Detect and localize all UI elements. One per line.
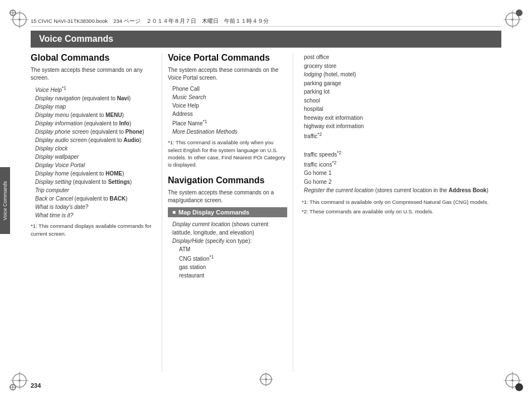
list-item: Go home 1 xyxy=(302,169,501,178)
svg-point-27 xyxy=(265,378,267,381)
list-item: Display wallpaper xyxy=(31,153,153,161)
map-display-header-text: Map Display Commands xyxy=(178,209,249,216)
list-item: Display map xyxy=(31,103,153,111)
list-item: Back or Cancel (equivalent to BACK) xyxy=(31,194,153,203)
list-item: gas station xyxy=(168,263,287,271)
list-item: Address xyxy=(168,110,287,118)
page-number: 234 xyxy=(31,382,41,389)
voice-portal-intro: The system accepts these commands on the… xyxy=(168,66,287,82)
svg-point-15 xyxy=(18,379,21,382)
right-commands-column: post office grocery store lodging (hotel… xyxy=(293,53,501,372)
map-display-header: Map Display Commands xyxy=(168,207,287,217)
list-item: restaurant xyxy=(168,271,287,280)
voice-portal-title: Voice Portal Commands xyxy=(168,53,287,63)
content-area: Global Commands The system accepts these… xyxy=(31,53,501,372)
list-item: Phone Call xyxy=(168,85,287,93)
list-item: Display home (equivalent to HOME) xyxy=(31,169,153,178)
title-underline xyxy=(31,47,501,48)
right-footnotes: *1: This command is available only on Co… xyxy=(302,198,501,216)
list-item: hospital xyxy=(302,105,501,114)
right-commands-list: post office grocery store lodging (hotel… xyxy=(302,53,501,195)
svg-point-10 xyxy=(511,18,514,21)
corner-decoration-bl xyxy=(8,369,31,392)
list-item: school xyxy=(302,96,501,105)
footnote-1: *1: This command is available only on Co… xyxy=(302,198,501,206)
global-commands-intro: The system accepts these commands on any… xyxy=(31,66,153,82)
global-commands-list: Voice Help*1 Display navigation (equival… xyxy=(31,85,153,219)
list-item: What is today's date? xyxy=(31,203,153,211)
list-item: CNG station*1 xyxy=(168,253,287,263)
voice-portal-footnote: *1: This command is available only when … xyxy=(168,139,287,168)
list-item: traffic icons*2 xyxy=(302,159,501,169)
svg-point-3 xyxy=(18,18,21,21)
list-item: post office xyxy=(302,53,501,62)
footnote-2: *2: These commands are available only on… xyxy=(302,208,501,215)
navigation-commands-intro: The system accepts these commands on a m… xyxy=(168,189,287,204)
list-item: Voice Help*1 xyxy=(31,85,153,94)
list-item: grocery store xyxy=(302,62,501,71)
global-commands-footnote: *1: This command displays available comm… xyxy=(31,222,153,237)
corner-decoration-tl xyxy=(8,8,31,31)
side-tab: Voice Commands xyxy=(0,167,10,234)
list-item: Display audio screen (equivalent to Audi… xyxy=(31,136,153,144)
list-item: Voice Help xyxy=(168,101,287,110)
list-item: highway exit information xyxy=(302,122,501,131)
list-item: parking garage xyxy=(302,79,501,88)
list-item: Place Name*1 xyxy=(168,118,287,128)
list-item: Display phone screen (equivalent to Phon… xyxy=(31,128,153,136)
list-item: traffic speeds*2 xyxy=(302,149,501,159)
list-item: parking lot xyxy=(302,87,501,96)
list-item: Display clock xyxy=(31,144,153,153)
side-tab-text: Voice Commands xyxy=(2,181,8,221)
list-item: Display setting (equivalent to Settings) xyxy=(31,178,153,186)
list-item: Display current location (shows current … xyxy=(168,220,287,237)
header-bar: 15 CIVIC NAVI-31TK38300.book 234 ページ ２０１… xyxy=(31,17,501,27)
map-display-list: Display current location (shows current … xyxy=(168,220,287,280)
bottom-center-decoration xyxy=(258,371,274,389)
list-item: traffic*2 xyxy=(302,131,501,141)
list-item: Music Search xyxy=(168,93,287,101)
svg-point-22 xyxy=(511,379,514,382)
svg-point-23 xyxy=(515,383,523,391)
svg-point-11 xyxy=(516,9,523,16)
corner-decoration-tr xyxy=(501,8,524,31)
page-title: Voice Commands xyxy=(39,34,113,44)
list-item: More Destination Methods xyxy=(168,128,287,136)
list-item: freeway exit information xyxy=(302,114,501,123)
list-item: What time is it? xyxy=(31,211,153,219)
list-item: Display menu (equivalent to MENU) xyxy=(31,111,153,119)
list-item: Display/Hide (specify icon type): xyxy=(168,237,287,245)
navigation-commands-title: Navigation Commands xyxy=(168,175,287,186)
global-commands-title: Global Commands xyxy=(31,53,153,63)
list-item: ATM xyxy=(168,245,287,253)
list-item: Register the current location (stores cu… xyxy=(302,186,501,195)
list-item: Display Voice Portal xyxy=(31,161,153,169)
list-item: Go home 2 xyxy=(302,178,501,187)
header-text: 15 CIVIC NAVI-31TK38300.book 234 ページ ２０１… xyxy=(31,18,269,25)
corner-decoration-br xyxy=(501,369,524,392)
list-item: lodging (hotel, motel) xyxy=(302,70,501,79)
global-commands-column: Global Commands The system accepts these… xyxy=(31,53,162,372)
list-item xyxy=(302,140,501,149)
list-item: Trip computer xyxy=(31,186,153,194)
list-item: Display navigation (equivalent to Navi) xyxy=(31,94,153,103)
title-section: Voice Commands xyxy=(31,31,501,47)
voice-portal-column: Voice Portal Commands The system accepts… xyxy=(162,53,293,372)
list-item: Display information (equivalent to Info) xyxy=(31,119,153,128)
voice-portal-list: Phone Call Music Search Voice Help Addre… xyxy=(168,85,287,136)
